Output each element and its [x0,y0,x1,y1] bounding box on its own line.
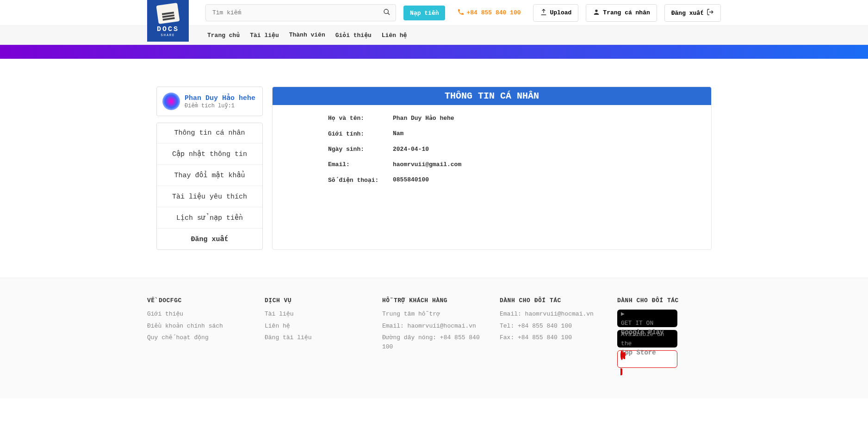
label-dob: Ngày sinh: [328,146,393,153]
panel-title: THÔNG TIN CÁ NHÂN [273,87,711,105]
footer-support-hotline: Đường dây nóng: +84 855 840 100 [382,333,486,351]
check-icon [620,350,623,360]
logout-label: Đăng xuất [671,9,704,17]
value-dob: 2024-04-10 [393,146,429,153]
google-play-badge[interactable]: ▶ GET IT ON Google Play [617,310,677,327]
footer-partner-fax: Fax: +84 855 840 100 [500,333,603,342]
label-phone: Số điện thoại: [328,176,393,184]
phone-icon [457,8,465,18]
profile-label: Trang cá nhân [603,9,650,16]
play-icon: ▶ [621,310,625,317]
logo-scroll-icon [156,3,180,24]
value-email: haomrvuii@gmail.com [393,161,461,168]
footer-link-docs[interactable]: Tài liệu [265,310,368,319]
footer-col-partner: DÀNH CHO ĐỐI TÁC Email: haomrvuii@hocmai… [500,297,603,371]
search-input[interactable] [205,4,396,21]
svg-point-2 [595,9,598,12]
label-fullname: Họ và tên: [328,114,393,122]
footer-link-post[interactable]: Đăng tài liệu [265,333,368,342]
as-small: Available on the [621,330,674,348]
footer-link-rules[interactable]: Quy chế hoạt động [147,333,251,342]
user-card: Phan Duy Hảo hehe Điểm tích luỹ:1 [156,87,263,116]
user-avatar[interactable] [162,93,180,110]
menu-update[interactable]: Cập nhật thông tin [157,143,262,165]
value-fullname: Phan Duy Hảo hehe [393,114,454,122]
footer-col3-title: HỖ TRỢ KHÁCH HÀNG [382,297,486,304]
footer-col-about: VỀ DOCFGC Giới thiệu Điều khoản chính sá… [147,297,251,371]
phone-link[interactable]: +84 855 840 100 [453,5,525,21]
side-menu: Thông tin cá nhân Cập nhật thông tin Tha… [156,123,263,250]
footer-partner-email: Email: haomrvuii@hocmai.vn [500,310,603,319]
value-gender: Nam [393,130,403,137]
footer-col1-title: VỀ DOCFGC [147,297,251,304]
nav-docs[interactable]: Tài liệu [250,31,279,39]
logo[interactable]: DOCS SHARE [147,0,189,42]
footer-col-apps: DÀNH CHO ĐỐI TÁC ▶ GET IT ON Google Play… [617,297,721,371]
menu-logout[interactable]: Đăng xuất [157,229,262,249]
footer-col-support: HỖ TRỢ KHÁCH HÀNG Trung tâm hỗ trợ Email… [382,297,486,371]
user-points: Điểm tích luỹ:1 [185,102,255,109]
footer-link-about[interactable]: Giới thiệu [147,310,251,319]
user-name[interactable]: Phan Duy Hảo hehe [185,93,255,102]
svg-line-1 [388,13,390,15]
footer-col4-title: DÀNH CHO ĐỐI TÁC [500,297,603,304]
footer-col2-title: DỊCH VỤ [265,297,368,304]
reg-line2: BỘ CÔNG THƯƠNG [620,364,674,367]
phone-number: +84 855 840 100 [466,9,521,16]
logout-icon [707,8,714,18]
footer-col5-title: DÀNH CHO ĐỐI TÁC [617,297,721,304]
logo-text: DOCS [157,25,179,33]
footer-link-helpcenter[interactable]: Trung tâm hỗ trợ [382,310,486,319]
menu-info[interactable]: Thông tin cá nhân [157,123,262,143]
label-email: Email: [328,161,393,168]
footer-partner-tel: Tel: +84 855 840 100 [500,322,603,331]
footer-link-contact[interactable]: Liên hệ [265,322,368,331]
nav-contact[interactable]: Liên hệ [382,31,407,39]
profile-button[interactable]: Trang cá nhân [586,4,657,22]
user-icon [593,8,600,18]
menu-favorites[interactable]: Tài liệu yêu thích [157,186,262,207]
nav-about[interactable]: Giỏi thiệu [335,31,372,39]
nav-home[interactable]: Trang chủ [207,31,240,39]
upload-button[interactable]: Upload [533,4,579,22]
profile-panel: THÔNG TIN CÁ NHÂN Họ và tên: Phan Duy Hả… [272,87,712,250]
gradient-banner [0,45,868,59]
naptien-button[interactable]: Nạp tiền [403,6,445,20]
app-store-badge[interactable]: Available on the App Store [617,330,677,348]
value-phone: 0855840100 [393,176,429,184]
logo-subtext: SHARE [161,33,175,37]
upload-label: Upload [550,9,572,16]
footer-link-terms[interactable]: Điều khoản chính sách [147,322,251,331]
nav-members[interactable]: Thành viên [289,31,325,39]
menu-history[interactable]: Lịch sử nạp tiền [157,207,262,229]
svg-point-0 [384,9,388,13]
search-icon[interactable] [383,8,391,18]
gp-small: GET IT ON [621,319,674,328]
label-gender: Giới tính: [328,130,393,137]
footer-col-services: DỊCH VỤ Tài liệu Liên hệ Đăng tài liệu [265,297,368,371]
logout-button[interactable]: Đăng xuất [664,4,721,22]
footer-support-email: Email: haomrvuii@hocmai.vn [382,322,486,331]
menu-password[interactable]: Thay đổi mật khẩu [157,165,262,186]
upload-icon [540,8,547,18]
